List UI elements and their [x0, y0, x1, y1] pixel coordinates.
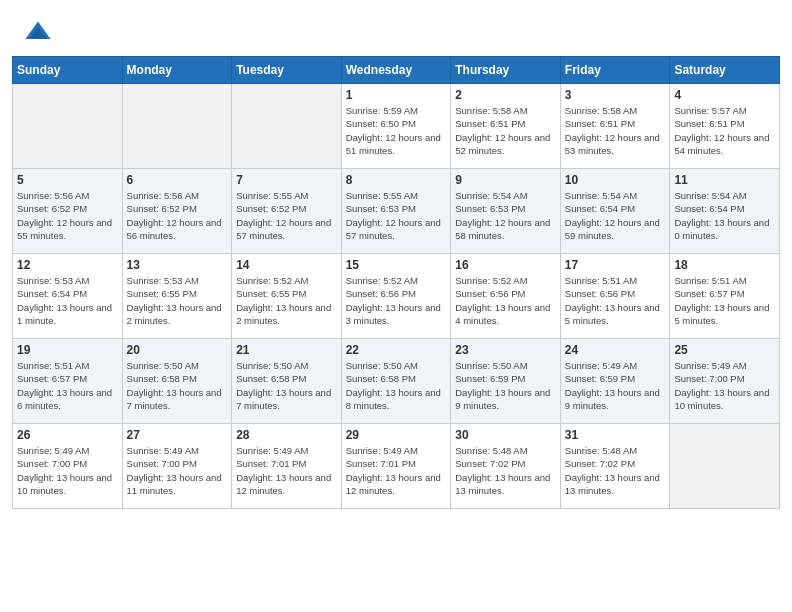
day-info: Sunrise: 5:48 AM Sunset: 7:02 PM Dayligh…	[455, 444, 556, 497]
day-number: 10	[565, 173, 666, 187]
calendar-cell: 13Sunrise: 5:53 AM Sunset: 6:55 PM Dayli…	[122, 254, 232, 339]
calendar-cell	[670, 424, 780, 509]
calendar-cell: 27Sunrise: 5:49 AM Sunset: 7:00 PM Dayli…	[122, 424, 232, 509]
calendar-cell: 3Sunrise: 5:58 AM Sunset: 6:51 PM Daylig…	[560, 84, 670, 169]
day-info: Sunrise: 5:50 AM Sunset: 6:58 PM Dayligh…	[236, 359, 337, 412]
day-number: 13	[127, 258, 228, 272]
calendar-cell: 4Sunrise: 5:57 AM Sunset: 6:51 PM Daylig…	[670, 84, 780, 169]
day-number: 25	[674, 343, 775, 357]
calendar-cell: 26Sunrise: 5:49 AM Sunset: 7:00 PM Dayli…	[13, 424, 123, 509]
day-number: 31	[565, 428, 666, 442]
day-info: Sunrise: 5:52 AM Sunset: 6:55 PM Dayligh…	[236, 274, 337, 327]
day-info: Sunrise: 5:49 AM Sunset: 7:01 PM Dayligh…	[236, 444, 337, 497]
weekday-header-friday: Friday	[560, 57, 670, 84]
calendar-cell: 16Sunrise: 5:52 AM Sunset: 6:56 PM Dayli…	[451, 254, 561, 339]
day-number: 17	[565, 258, 666, 272]
day-info: Sunrise: 5:49 AM Sunset: 7:00 PM Dayligh…	[17, 444, 118, 497]
calendar-cell: 12Sunrise: 5:53 AM Sunset: 6:54 PM Dayli…	[13, 254, 123, 339]
calendar-cell: 19Sunrise: 5:51 AM Sunset: 6:57 PM Dayli…	[13, 339, 123, 424]
day-info: Sunrise: 5:49 AM Sunset: 7:00 PM Dayligh…	[674, 359, 775, 412]
day-info: Sunrise: 5:49 AM Sunset: 7:00 PM Dayligh…	[127, 444, 228, 497]
day-info: Sunrise: 5:54 AM Sunset: 6:54 PM Dayligh…	[565, 189, 666, 242]
page-header	[0, 0, 792, 56]
calendar-body: 1Sunrise: 5:59 AM Sunset: 6:50 PM Daylig…	[13, 84, 780, 509]
weekday-header-monday: Monday	[122, 57, 232, 84]
calendar-week-3: 12Sunrise: 5:53 AM Sunset: 6:54 PM Dayli…	[13, 254, 780, 339]
calendar-cell: 8Sunrise: 5:55 AM Sunset: 6:53 PM Daylig…	[341, 169, 451, 254]
calendar-cell: 1Sunrise: 5:59 AM Sunset: 6:50 PM Daylig…	[341, 84, 451, 169]
day-info: Sunrise: 5:58 AM Sunset: 6:51 PM Dayligh…	[565, 104, 666, 157]
day-number: 14	[236, 258, 337, 272]
day-info: Sunrise: 5:51 AM Sunset: 6:57 PM Dayligh…	[17, 359, 118, 412]
calendar-cell: 21Sunrise: 5:50 AM Sunset: 6:58 PM Dayli…	[232, 339, 342, 424]
day-info: Sunrise: 5:48 AM Sunset: 7:02 PM Dayligh…	[565, 444, 666, 497]
calendar-cell	[13, 84, 123, 169]
day-number: 1	[346, 88, 447, 102]
calendar-cell: 22Sunrise: 5:50 AM Sunset: 6:58 PM Dayli…	[341, 339, 451, 424]
day-number: 3	[565, 88, 666, 102]
day-number: 29	[346, 428, 447, 442]
day-number: 19	[17, 343, 118, 357]
weekday-header-row: SundayMondayTuesdayWednesdayThursdayFrid…	[13, 57, 780, 84]
day-info: Sunrise: 5:56 AM Sunset: 6:52 PM Dayligh…	[127, 189, 228, 242]
day-info: Sunrise: 5:59 AM Sunset: 6:50 PM Dayligh…	[346, 104, 447, 157]
day-info: Sunrise: 5:49 AM Sunset: 6:59 PM Dayligh…	[565, 359, 666, 412]
day-info: Sunrise: 5:52 AM Sunset: 6:56 PM Dayligh…	[455, 274, 556, 327]
day-info: Sunrise: 5:49 AM Sunset: 7:01 PM Dayligh…	[346, 444, 447, 497]
calendar-cell: 2Sunrise: 5:58 AM Sunset: 6:51 PM Daylig…	[451, 84, 561, 169]
calendar-week-5: 26Sunrise: 5:49 AM Sunset: 7:00 PM Dayli…	[13, 424, 780, 509]
logo-icon	[24, 18, 52, 46]
day-number: 7	[236, 173, 337, 187]
calendar-table: SundayMondayTuesdayWednesdayThursdayFrid…	[12, 56, 780, 509]
day-number: 15	[346, 258, 447, 272]
day-number: 12	[17, 258, 118, 272]
day-info: Sunrise: 5:51 AM Sunset: 6:57 PM Dayligh…	[674, 274, 775, 327]
calendar-cell: 10Sunrise: 5:54 AM Sunset: 6:54 PM Dayli…	[560, 169, 670, 254]
day-info: Sunrise: 5:54 AM Sunset: 6:54 PM Dayligh…	[674, 189, 775, 242]
calendar-cell: 9Sunrise: 5:54 AM Sunset: 6:53 PM Daylig…	[451, 169, 561, 254]
day-number: 27	[127, 428, 228, 442]
day-info: Sunrise: 5:52 AM Sunset: 6:56 PM Dayligh…	[346, 274, 447, 327]
calendar-week-2: 5Sunrise: 5:56 AM Sunset: 6:52 PM Daylig…	[13, 169, 780, 254]
day-info: Sunrise: 5:58 AM Sunset: 6:51 PM Dayligh…	[455, 104, 556, 157]
weekday-header-tuesday: Tuesday	[232, 57, 342, 84]
calendar-cell: 31Sunrise: 5:48 AM Sunset: 7:02 PM Dayli…	[560, 424, 670, 509]
weekday-header-saturday: Saturday	[670, 57, 780, 84]
calendar-cell: 20Sunrise: 5:50 AM Sunset: 6:58 PM Dayli…	[122, 339, 232, 424]
calendar-header: SundayMondayTuesdayWednesdayThursdayFrid…	[13, 57, 780, 84]
calendar-cell: 30Sunrise: 5:48 AM Sunset: 7:02 PM Dayli…	[451, 424, 561, 509]
day-info: Sunrise: 5:53 AM Sunset: 6:54 PM Dayligh…	[17, 274, 118, 327]
calendar-cell: 17Sunrise: 5:51 AM Sunset: 6:56 PM Dayli…	[560, 254, 670, 339]
day-number: 26	[17, 428, 118, 442]
day-number: 16	[455, 258, 556, 272]
day-info: Sunrise: 5:50 AM Sunset: 6:59 PM Dayligh…	[455, 359, 556, 412]
weekday-header-thursday: Thursday	[451, 57, 561, 84]
day-number: 8	[346, 173, 447, 187]
day-number: 28	[236, 428, 337, 442]
day-info: Sunrise: 5:54 AM Sunset: 6:53 PM Dayligh…	[455, 189, 556, 242]
day-info: Sunrise: 5:57 AM Sunset: 6:51 PM Dayligh…	[674, 104, 775, 157]
calendar-cell: 7Sunrise: 5:55 AM Sunset: 6:52 PM Daylig…	[232, 169, 342, 254]
calendar-week-1: 1Sunrise: 5:59 AM Sunset: 6:50 PM Daylig…	[13, 84, 780, 169]
weekday-header-sunday: Sunday	[13, 57, 123, 84]
calendar-cell: 14Sunrise: 5:52 AM Sunset: 6:55 PM Dayli…	[232, 254, 342, 339]
day-info: Sunrise: 5:56 AM Sunset: 6:52 PM Dayligh…	[17, 189, 118, 242]
day-number: 4	[674, 88, 775, 102]
calendar-week-4: 19Sunrise: 5:51 AM Sunset: 6:57 PM Dayli…	[13, 339, 780, 424]
calendar-cell	[232, 84, 342, 169]
day-number: 22	[346, 343, 447, 357]
calendar-cell	[122, 84, 232, 169]
day-number: 20	[127, 343, 228, 357]
day-number: 24	[565, 343, 666, 357]
calendar-cell: 29Sunrise: 5:49 AM Sunset: 7:01 PM Dayli…	[341, 424, 451, 509]
day-info: Sunrise: 5:50 AM Sunset: 6:58 PM Dayligh…	[346, 359, 447, 412]
day-number: 2	[455, 88, 556, 102]
calendar-cell: 5Sunrise: 5:56 AM Sunset: 6:52 PM Daylig…	[13, 169, 123, 254]
calendar-cell: 28Sunrise: 5:49 AM Sunset: 7:01 PM Dayli…	[232, 424, 342, 509]
calendar-cell: 11Sunrise: 5:54 AM Sunset: 6:54 PM Dayli…	[670, 169, 780, 254]
day-info: Sunrise: 5:55 AM Sunset: 6:53 PM Dayligh…	[346, 189, 447, 242]
calendar-cell: 18Sunrise: 5:51 AM Sunset: 6:57 PM Dayli…	[670, 254, 780, 339]
day-info: Sunrise: 5:55 AM Sunset: 6:52 PM Dayligh…	[236, 189, 337, 242]
calendar-cell: 25Sunrise: 5:49 AM Sunset: 7:00 PM Dayli…	[670, 339, 780, 424]
day-number: 18	[674, 258, 775, 272]
